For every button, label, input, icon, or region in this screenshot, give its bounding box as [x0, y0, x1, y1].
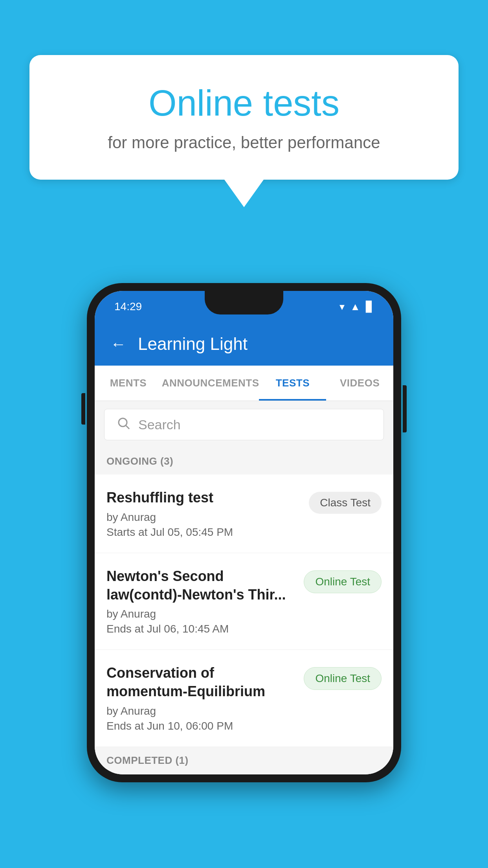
- test-item-conservation[interactable]: Conservation of momentum-Equilibrium by …: [95, 650, 393, 747]
- speech-bubble: Online tests for more practice, better p…: [29, 55, 459, 180]
- test-item-author: by Anurag: [106, 705, 296, 717]
- tab-videos[interactable]: VIDEOS: [326, 366, 393, 401]
- test-item-author: by Anurag: [106, 511, 301, 524]
- test-badge-class: Class Test: [309, 492, 382, 514]
- svg-point-0: [119, 418, 127, 427]
- test-item-title: Conservation of momentum-Equilibrium: [106, 664, 296, 701]
- tab-ments[interactable]: MENTS: [95, 366, 162, 401]
- test-item-date: Ends at Jul 06, 10:45 AM: [106, 623, 296, 635]
- app-bar: ← Learning Light: [95, 322, 393, 366]
- status-time: 14:29: [114, 300, 142, 313]
- tab-announcements[interactable]: ANNOUNCEMENTS: [162, 366, 259, 401]
- phone: 14:29 ▾ ▲ ▊ ← Learning Light MENTS ANNOU…: [87, 283, 401, 782]
- speech-bubble-container: Online tests for more practice, better p…: [29, 55, 459, 207]
- test-badge-online-2: Online Test: [304, 667, 382, 690]
- test-item-date: Ends at Jun 10, 06:00 PM: [106, 720, 296, 732]
- test-item-title: Reshuffling test: [106, 489, 301, 507]
- test-item-newton[interactable]: Newton's Second law(contd)-Newton's Thir…: [95, 553, 393, 650]
- speech-bubble-arrow: [224, 180, 264, 207]
- completed-section-header: COMPLETED (1): [95, 747, 393, 774]
- test-item-content: Conservation of momentum-Equilibrium by …: [106, 664, 304, 732]
- ongoing-section-header: ONGOING (3): [95, 448, 393, 474]
- test-item-reshuffling[interactable]: Reshuffling test by Anurag Starts at Jul…: [95, 474, 393, 553]
- test-item-content: Reshuffling test by Anurag Starts at Jul…: [106, 489, 309, 539]
- signal-icon: ▲: [350, 301, 360, 313]
- tab-tests[interactable]: TESTS: [259, 366, 326, 401]
- status-bar: 14:29 ▾ ▲ ▊: [95, 291, 393, 322]
- wifi-icon: ▾: [339, 301, 345, 313]
- test-item-author: by Anurag: [106, 608, 296, 620]
- svg-line-1: [126, 425, 129, 428]
- search-container: Search: [95, 401, 393, 448]
- phone-screen: 14:29 ▾ ▲ ▊ ← Learning Light MENTS ANNOU…: [95, 291, 393, 774]
- search-icon: [116, 416, 130, 434]
- speech-bubble-subtitle: for more practice, better performance: [53, 133, 435, 152]
- back-button[interactable]: ←: [110, 335, 126, 353]
- search-input[interactable]: Search: [104, 409, 384, 440]
- search-placeholder: Search: [138, 417, 181, 432]
- battery-icon: ▊: [366, 301, 374, 313]
- test-badge-online: Online Test: [304, 570, 382, 593]
- speech-bubble-title: Online tests: [53, 83, 435, 124]
- tab-bar: MENTS ANNOUNCEMENTS TESTS VIDEOS: [95, 366, 393, 401]
- test-item-title: Newton's Second law(contd)-Newton's Thir…: [106, 567, 296, 604]
- phone-container: 14:29 ▾ ▲ ▊ ← Learning Light MENTS ANNOU…: [87, 283, 401, 782]
- test-item-content: Newton's Second law(contd)-Newton's Thir…: [106, 567, 304, 636]
- app-bar-title: Learning Light: [138, 334, 248, 354]
- ongoing-label: ONGOING (3): [106, 455, 173, 467]
- status-icons: ▾ ▲ ▊: [339, 301, 374, 313]
- test-item-date: Starts at Jul 05, 05:45 PM: [106, 526, 301, 539]
- completed-label: COMPLETED (1): [106, 754, 189, 767]
